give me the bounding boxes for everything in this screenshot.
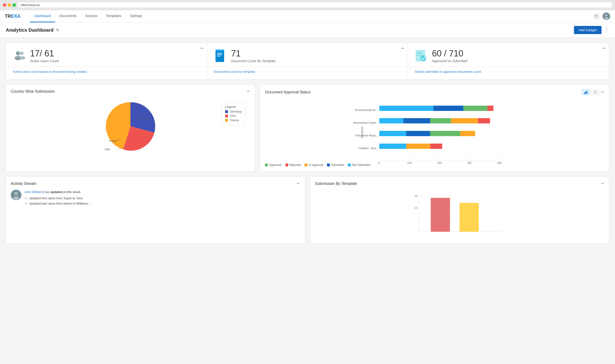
activity-edit[interactable]: ✏ [297, 182, 300, 186]
browser-chrome: client.trexa.us [0, 0, 615, 10]
svg-point-4 [15, 56, 21, 60]
activity-title: Activity Stream [11, 182, 37, 186]
bar-biz-notsubmitted [379, 131, 406, 136]
approval-chart-edit[interactable]: ✏ [601, 90, 604, 94]
svg-point-3 [16, 51, 20, 55]
activity-avatar [11, 190, 21, 200]
country-chart-card: Country Wise Submission ✏ Germany Franc [6, 84, 255, 172]
approval-chart-card: Document Approval Status ✏ Templates [260, 84, 609, 172]
svg-rect-23 [594, 91, 598, 94]
sub-bar-1 [431, 198, 450, 232]
svg-point-34 [13, 196, 19, 200]
dot-green [13, 3, 16, 7]
stat-link-approved[interactable]: Shows submitted vs approved documents co… [415, 70, 602, 74]
bar-biz-inapproval [460, 131, 475, 136]
more-menu-icon[interactable]: ⋮ [604, 27, 609, 33]
submission-edit[interactable]: ✏ [601, 182, 604, 186]
pie-legend-usa: USA [225, 114, 242, 118]
page-header-actions: Add Gadget ⋮ [574, 26, 609, 34]
bar-assess-notsubmitted [379, 118, 403, 123]
svg-rect-20 [584, 92, 585, 94]
submission-bar-chart: 20 15 [315, 190, 604, 238]
stat-label-docs: Document Count By Template [231, 59, 276, 63]
nav-settings[interactable]: Settings [126, 10, 147, 22]
x-tick-200: 200 [437, 161, 441, 164]
activity-bullet-1: Updated first name from Super to John [29, 196, 91, 201]
bottom-row: Activity Stream ✏ John Williams has upda… [6, 176, 609, 244]
pie-legend-germany: Germany [225, 110, 242, 113]
bar-fac-notsubmitted [379, 143, 406, 149]
country-chart-title: Country Wise Submission [11, 89, 55, 94]
country-chart-header: Country Wise Submission ✏ [11, 89, 250, 94]
x-tick-100: 100 [407, 161, 412, 164]
table-chart-view-button[interactable] [591, 89, 600, 95]
nav-dashboard[interactable]: Dashboard [30, 10, 55, 22]
bar-env-notsubmitted [379, 106, 433, 111]
doc-icon [214, 49, 227, 63]
bar-chart-view-button[interactable] [582, 89, 590, 95]
sub-y-tick-20: 20 [415, 195, 417, 197]
svg-point-5 [20, 52, 24, 55]
nav-surveys[interactable]: Surveys [81, 10, 102, 22]
stat-edit-users[interactable]: ✏ [200, 46, 203, 51]
dot-red [3, 3, 6, 7]
pie-label-germany: Germany [139, 117, 150, 119]
stat-top-users: 17/ 61 Active Users Count [13, 49, 200, 63]
nav-templates[interactable]: Templates [102, 10, 126, 22]
bar-assess-inapproval [451, 118, 478, 123]
pie-legend-dot-usa [225, 115, 228, 117]
svg-rect-22 [587, 91, 587, 94]
bar-assess-approved [430, 118, 451, 123]
country-chart-edit[interactable]: ✏ [247, 89, 250, 94]
pie-chart-svg: Germany France USA [104, 100, 157, 153]
pie-legend-france: France [225, 119, 242, 122]
x-tick-400: 400 [497, 161, 502, 164]
dot-yellow [8, 3, 11, 7]
bar-label-2: Assessment Check... [353, 121, 378, 124]
approved-icon [415, 49, 428, 63]
bar-env-approved [463, 106, 487, 111]
bar-env-rejected [487, 106, 494, 111]
stat-card-docs: ✏ 71 Document Count By Template [207, 43, 408, 79]
activity-item: John Williams has updated profile detail… [11, 190, 300, 207]
app-nav: TREXA Dashboard Documents Surveys Templa… [0, 10, 615, 23]
svg-point-6 [20, 56, 25, 60]
stat-number-users: 17/ 61 [30, 49, 59, 59]
page-title: Analytics Dashboard ↻ [6, 27, 59, 33]
bar-assess-submitted [403, 118, 430, 123]
bar-label-3: A Business Regis... [355, 134, 378, 137]
svg-point-33 [14, 192, 18, 195]
pie-legend-title: Legend [225, 105, 242, 108]
bar-fac-rejected [430, 143, 442, 149]
bar-biz-submitted [406, 131, 430, 136]
x-tick-0: 0 [379, 161, 380, 164]
user-avatar[interactable] [602, 13, 610, 20]
svg-rect-9 [217, 53, 222, 53]
stat-link-docs[interactable]: Documents count by template [214, 70, 401, 74]
submission-template-card: Submission By Template ✏ 20 15 [310, 176, 609, 244]
stats-row: ✏ 17/ 61 Active Users Count Active users… [6, 42, 609, 79]
svg-point-1 [605, 14, 608, 17]
approval-chart-actions: ✏ [582, 89, 604, 95]
svg-rect-21 [585, 91, 586, 94]
nav-actions: ? [593, 13, 610, 20]
dashboard: ✏ 17/ 61 Active Users Count Active users… [0, 38, 615, 248]
svg-rect-13 [416, 52, 423, 52]
help-icon[interactable]: ? [593, 13, 600, 20]
charts-row: Country Wise Submission ✏ Germany Franc [6, 84, 609, 172]
pie-container: Germany France USA Legend Germany [11, 97, 250, 155]
refresh-icon[interactable]: ↻ [56, 28, 59, 32]
page-title-text: Analytics Dashboard [6, 27, 53, 33]
stat-card-users: ✏ 17/ 61 Active Users Count Active users… [6, 43, 207, 79]
stat-edit-docs[interactable]: ✏ [401, 46, 404, 51]
pie-legend-dot-germany [225, 110, 228, 113]
stat-edit-approved[interactable]: ✏ [602, 46, 606, 51]
activity-stream-card: Activity Stream ✏ John Williams has upda… [6, 176, 305, 244]
activity-text: John Williams has updated profile detail… [24, 190, 91, 207]
stat-link-users[interactable]: Active users count based on document bei… [13, 70, 200, 74]
add-gadget-button[interactable]: Add Gadget [574, 26, 602, 34]
submission-bar-svg: 20 15 [315, 190, 604, 238]
approval-chart-header: Document Approval Status ✏ [265, 89, 604, 95]
browser-url-bar[interactable]: client.trexa.us [18, 2, 612, 8]
nav-documents[interactable]: Documents [55, 10, 81, 22]
